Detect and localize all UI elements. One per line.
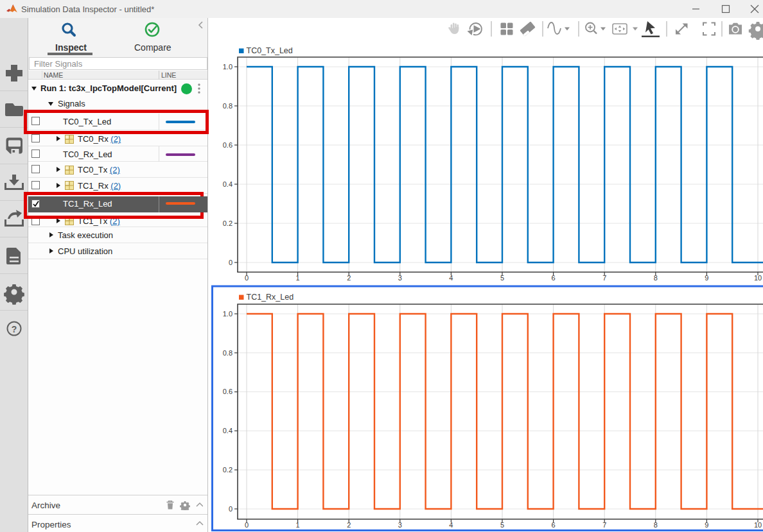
- svg-text:TC0_Tx_Led: TC0_Tx_Led: [247, 46, 293, 55]
- svg-text:10: 10: [754, 521, 762, 529]
- svg-text:TC1_Rx_Led: TC1_Rx_Led: [247, 293, 294, 302]
- svg-text:6: 6: [552, 521, 556, 529]
- svg-text:2: 2: [347, 274, 351, 282]
- svg-text:9: 9: [705, 274, 708, 282]
- svg-text:3: 3: [398, 274, 402, 282]
- svg-text:1: 1: [296, 274, 300, 282]
- svg-text:0: 0: [245, 274, 249, 282]
- svg-text:7: 7: [602, 274, 606, 282]
- svg-text:0.6: 0.6: [223, 141, 232, 149]
- svg-text:0: 0: [245, 521, 249, 529]
- svg-text:5: 5: [500, 274, 504, 282]
- svg-text:0.2: 0.2: [223, 219, 232, 227]
- svg-text:10: 10: [754, 274, 762, 282]
- svg-text:0.2: 0.2: [223, 466, 232, 474]
- svg-text:0.4: 0.4: [223, 427, 232, 434]
- svg-text:1: 1: [296, 521, 300, 529]
- svg-text:0: 0: [229, 259, 232, 266]
- svg-text:8: 8: [654, 274, 658, 282]
- svg-text:5: 5: [500, 521, 504, 529]
- svg-text:0.8: 0.8: [223, 102, 232, 110]
- svg-text:0.8: 0.8: [223, 349, 232, 357]
- svg-text:0.6: 0.6: [223, 388, 232, 395]
- svg-text:3: 3: [398, 521, 402, 529]
- svg-text:9: 9: [705, 521, 708, 529]
- svg-text:0: 0: [229, 505, 232, 513]
- svg-text:8: 8: [654, 521, 658, 529]
- svg-text:6: 6: [552, 274, 556, 282]
- svg-text:1.0: 1.0: [223, 310, 232, 318]
- svg-text:0.4: 0.4: [223, 180, 232, 188]
- svg-text:1.0: 1.0: [223, 63, 232, 71]
- svg-text:2: 2: [347, 521, 351, 529]
- svg-text:4: 4: [449, 274, 453, 282]
- svg-text:7: 7: [602, 521, 606, 529]
- svg-text:?: ?: [12, 324, 17, 334]
- svg-text:4: 4: [449, 521, 453, 529]
